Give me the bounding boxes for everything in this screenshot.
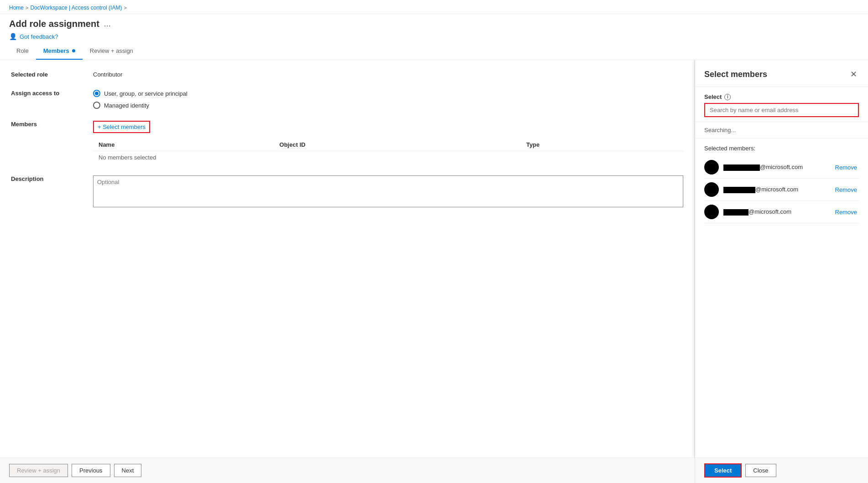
description-value	[93, 174, 683, 209]
member-avatar-3	[704, 205, 719, 219]
selected-members-label: Selected members:	[704, 145, 859, 152]
breadcrumb-home[interactable]: Home	[9, 5, 24, 11]
tab-review-label: Review + assign	[90, 47, 133, 54]
select-members-button[interactable]: + Select members	[93, 121, 150, 133]
tab-review[interactable]: Review + assign	[83, 44, 140, 60]
page-header: Add role assignment ...	[0, 14, 868, 29]
review-assign-button[interactable]: Review + assign	[9, 464, 68, 477]
search-input[interactable]	[704, 103, 859, 117]
remove-member-3[interactable]: Remove	[833, 208, 859, 216]
close-panel-button[interactable]: ✕	[848, 67, 859, 81]
feedback-label: Got feedback?	[20, 33, 58, 40]
feedback-row[interactable]: 👤 Got feedback?	[0, 29, 868, 44]
close-footer-button[interactable]: Close	[745, 464, 776, 477]
right-panel-content: Selected members: @microsoft.com Remove …	[695, 139, 868, 457]
member-redacted-1	[723, 164, 760, 171]
description-label: Description	[11, 174, 93, 182]
member-suffix-2: @microsoft.com	[755, 186, 798, 193]
breadcrumb-sep1: >	[26, 5, 28, 10]
info-icon[interactable]: i	[724, 94, 731, 100]
assign-access-label: Assign access to	[11, 88, 93, 97]
assign-access-radio-group: User, group, or service principal Manage…	[93, 90, 683, 109]
col-objectid: Object ID	[274, 139, 521, 151]
member-info-3: @microsoft.com	[723, 208, 829, 216]
selected-role-row: Selected role Contributor	[11, 69, 683, 78]
tabs-row: Role Members Review + assign	[0, 44, 868, 60]
search-area: Select i	[695, 87, 868, 122]
description-row: Description	[11, 174, 683, 209]
breadcrumb-workspace[interactable]: DocWorkspace | Access control (IAM)	[30, 5, 122, 11]
remove-member-2[interactable]: Remove	[833, 185, 859, 194]
member-email-3: @microsoft.com	[723, 208, 791, 215]
member-suffix-3: @microsoft.com	[748, 208, 791, 215]
radio-user-group[interactable]: User, group, or service principal	[93, 90, 683, 97]
page-options-dots[interactable]: ...	[104, 19, 111, 29]
tab-members-dot	[72, 49, 75, 52]
bottom-bar: Review + assign Previous Next Select Clo…	[0, 457, 868, 483]
selected-role-label: Selected role	[11, 69, 93, 78]
member-item-3: @microsoft.com Remove	[704, 201, 859, 223]
radio-managed[interactable]: Managed identity	[93, 102, 683, 109]
members-table: Name Object ID Type No members selected	[93, 139, 683, 164]
right-panel: Select members ✕ Select i Searching... S…	[695, 60, 868, 457]
page-title: Add role assignment	[9, 19, 99, 29]
left-panel: Selected role Contributor Assign access …	[0, 60, 695, 457]
member-info-1: @microsoft.com	[723, 164, 829, 171]
no-members-text: No members selected	[93, 151, 683, 164]
breadcrumb: Home > DocWorkspace | Access control (IA…	[0, 0, 868, 14]
radio-managed-label: Managed identity	[104, 102, 149, 109]
assign-access-row: Assign access to User, group, or service…	[11, 88, 683, 109]
tab-role[interactable]: Role	[9, 44, 36, 60]
member-item-1: @microsoft.com Remove	[704, 156, 859, 179]
members-label: Members	[11, 119, 93, 128]
right-panel-header: Select members ✕	[695, 60, 868, 87]
radio-user-label: User, group, or service principal	[104, 90, 187, 97]
selected-role-value: Contributor	[93, 69, 683, 78]
table-row-empty: No members selected	[93, 151, 683, 164]
col-type: Type	[521, 139, 683, 151]
search-label-text: Select	[704, 93, 722, 100]
select-button[interactable]: Select	[704, 463, 742, 478]
member-info-2: @microsoft.com	[723, 186, 829, 193]
next-button[interactable]: Next	[114, 464, 142, 477]
remove-member-1[interactable]: Remove	[833, 163, 859, 172]
col-name: Name	[93, 139, 274, 151]
search-label: Select i	[704, 93, 859, 100]
member-item-2: @microsoft.com Remove	[704, 179, 859, 201]
members-row: Members + Select members Name Object ID …	[11, 119, 683, 164]
member-avatar-1	[704, 160, 719, 175]
member-avatar-2	[704, 182, 719, 197]
tab-members[interactable]: Members	[36, 44, 83, 60]
feedback-icon: 👤	[9, 33, 17, 40]
main-layout: Selected role Contributor Assign access …	[0, 60, 868, 457]
member-redacted-3	[723, 209, 748, 216]
members-value: + Select members Name Object ID Type No …	[93, 119, 683, 164]
bottom-right: Select Close	[695, 457, 868, 483]
radio-user-circle	[93, 90, 100, 97]
member-email-1: @microsoft.com	[723, 164, 803, 170]
tab-members-label: Members	[43, 47, 69, 54]
previous-button[interactable]: Previous	[72, 464, 110, 477]
bottom-left: Review + assign Previous Next	[0, 457, 695, 483]
member-suffix-1: @microsoft.com	[760, 164, 803, 170]
member-email-2: @microsoft.com	[723, 186, 798, 193]
radio-managed-circle	[93, 102, 100, 109]
member-redacted-2	[723, 187, 755, 193]
breadcrumb-sep2: >	[124, 5, 126, 10]
assign-access-value: User, group, or service principal Manage…	[93, 88, 683, 109]
searching-text: Searching...	[704, 127, 736, 134]
description-textarea[interactable]	[93, 175, 683, 207]
searching-status: Searching...	[695, 122, 868, 139]
tab-role-label: Role	[16, 47, 29, 54]
right-panel-title: Select members	[704, 70, 767, 79]
